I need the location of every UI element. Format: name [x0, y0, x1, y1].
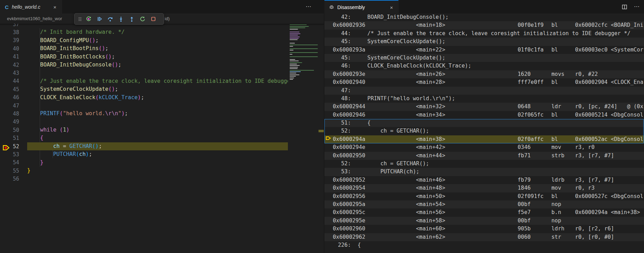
- code-line-49[interactable]: 49: [0, 118, 324, 126]
- line-number[interactable]: 44: [0, 78, 19, 84]
- code-line-52[interactable]: 52 ch = GETCHAR();: [0, 142, 324, 150]
- disassembly-instruction-row[interactable]: 0x60002940<main+28>fff7e0ffbl0x60002904 …: [324, 78, 644, 86]
- code-line-56[interactable]: 56: [0, 175, 324, 183]
- code-text[interactable]: ch = GETCHAR();: [27, 142, 288, 150]
- close-icon[interactable]: ×: [388, 4, 395, 11]
- stop-button[interactable]: [148, 15, 159, 24]
- code-line-43[interactable]: 43: [0, 69, 324, 77]
- disassembly-instruction-row[interactable]: 0x60002962<main+62>0060strr0, [r0, #0]: [324, 233, 644, 241]
- code-text[interactable]: [27, 175, 288, 183]
- disassembly-source-row[interactable]: 44: /* Just enable the trace clock, leav…: [324, 30, 644, 38]
- disassembly-source-row[interactable]: 53: PUTCHAR(ch);: [324, 168, 644, 176]
- disassembly-source-row[interactable]: 52: ch = GETCHAR();: [324, 127, 644, 135]
- step-over-button[interactable]: [105, 15, 116, 24]
- disassembly-source-row[interactable]: 48: PRINTF("hello world.\r\n");: [324, 95, 644, 103]
- line-number[interactable]: 56: [0, 176, 19, 182]
- code-line-41[interactable]: 41 BOARD_InitBootClocks();: [0, 53, 324, 61]
- code-line-42[interactable]: 42 BOARD_InitDebugConsole();: [0, 61, 324, 69]
- line-number[interactable]: 53: [0, 151, 19, 158]
- gripper-button[interactable]: [77, 15, 83, 24]
- line-number[interactable]: 45: [0, 86, 19, 93]
- code-text[interactable]: }: [27, 167, 288, 175]
- minimap[interactable]: [290, 20, 318, 121]
- line-number[interactable]: 41: [0, 54, 19, 60]
- disassembly-instruction-row[interactable]: 0x60002960<main+60>905bldrhr0, [r2, r6]: [324, 225, 644, 233]
- disassembly-instruction-row[interactable]: 0x60002956<main+50>02f091fcbl0x6000527c …: [324, 192, 644, 200]
- breadcrumb-symbol[interactable]: id): [165, 16, 170, 21]
- disassembly-instruction-row[interactable]: 0x6000295a<main+54>00bfnop: [324, 200, 644, 208]
- more-actions-icon[interactable]: ⋯: [306, 3, 312, 10]
- restart-button[interactable]: [137, 15, 148, 24]
- code-text[interactable]: BOARD_InitDebugConsole();: [27, 61, 288, 69]
- line-number[interactable]: 50: [0, 127, 19, 133]
- line-number[interactable]: 48: [0, 111, 19, 117]
- disassembly-instruction-row[interactable]: 0x60002952<main+46>fb79ldrbr3, [r7, #7]: [324, 176, 644, 184]
- code-text[interactable]: BOARD_InitBootClocks();: [27, 53, 288, 61]
- disassembly-instruction-row[interactable]: 0x6000293a<main+22>01f0c1fabl0x60003ec0 …: [324, 46, 644, 54]
- line-number[interactable]: 40: [0, 46, 19, 52]
- line-number[interactable]: 55: [0, 168, 19, 174]
- line-number[interactable]: 54: [0, 159, 19, 166]
- code-text[interactable]: PRINTF("hello world.\r\n");: [27, 110, 288, 118]
- code-text[interactable]: while (1): [27, 126, 288, 134]
- line-number[interactable]: 39: [0, 37, 19, 44]
- scrollbar-current-line-marker[interactable]: [319, 130, 324, 132]
- line-number[interactable]: 38: [0, 29, 19, 35]
- disassembly-instruction-row[interactable]: 0x6000295e<main+58>00bfnop: [324, 217, 644, 225]
- code-line-53[interactable]: 53 PUTCHAR(ch);: [0, 150, 324, 158]
- line-number[interactable]: 42: [0, 62, 19, 68]
- tab-hello-world-c[interactable]: C hello_world.c ×: [0, 0, 62, 14]
- disassembly-instruction-row[interactable]: 0x60002954<main+48>1846movr0, r3: [324, 184, 644, 192]
- disassembly-source-row[interactable]: 42: BOARD_InitDebugConsole();: [324, 13, 644, 21]
- disassembly-source-row[interactable]: 51: {: [324, 119, 644, 127]
- code-line-39[interactable]: 39 BOARD_ConfigMPU();: [0, 37, 324, 45]
- code-line-54[interactable]: 54 }: [0, 159, 324, 167]
- code-line-55[interactable]: 55}: [0, 167, 324, 175]
- code-text[interactable]: [27, 102, 288, 110]
- breadcrumb-file[interactable]: evkbmimxrt1060_hello_wor: [7, 16, 74, 21]
- code-line-46[interactable]: 46 CLOCK_EnableClock(kCLOCK_Trace);: [0, 94, 324, 102]
- disassembly-source-row[interactable]: 45: SystemCoreClockUpdate();: [324, 54, 644, 62]
- code-text[interactable]: /* Init board hardware. */: [27, 28, 288, 36]
- code-text[interactable]: {: [27, 134, 288, 142]
- step-into-button[interactable]: [116, 15, 126, 24]
- disassembly-instruction-row[interactable]: 0x6000294a<main+38>02f0affcbl0x600052ac …: [324, 135, 644, 143]
- code-text[interactable]: BOARD_InitBootPins();: [27, 45, 288, 53]
- split-editor-icon[interactable]: [621, 4, 628, 11]
- line-number[interactable]: 49: [0, 119, 19, 125]
- disassembly-instruction-row[interactable]: 0x6000293e<main+26>1620movsr0, #22: [324, 70, 644, 78]
- disassembly-instruction-row[interactable]: 0x60002946<main+34>02f065fcbl0x60005214 …: [324, 111, 644, 119]
- code-text[interactable]: [27, 69, 288, 77]
- disassembly-source-row[interactable]: 52: ch = GETCHAR();: [324, 160, 644, 168]
- code-line-38[interactable]: 38 /* Init board hardware. */: [0, 28, 324, 36]
- code-text[interactable]: SystemCoreClockUpdate();: [27, 85, 288, 93]
- continue-button[interactable]: [94, 15, 105, 24]
- close-icon[interactable]: ×: [52, 4, 58, 10]
- code-line-45[interactable]: 45 SystemCoreClockUpdate();: [0, 85, 324, 93]
- code-line-44[interactable]: 44 /* Just enable the trace clock, leave…: [0, 77, 324, 85]
- code-text[interactable]: CLOCK_EnableClock(kCLOCK_Trace);: [27, 94, 288, 102]
- line-number[interactable]: 46: [0, 94, 19, 101]
- disassembly-instruction-row[interactable]: 0x6000295c<main+56>f5e7b.n0x6000294a <ma…: [324, 208, 644, 216]
- disassembly-instruction-row[interactable]: 0x6000294e<main+42>0346movr3, r0: [324, 143, 644, 151]
- code-line-48[interactable]: 48 PRINTF("hello world.\r\n");: [0, 110, 324, 118]
- code-line-51[interactable]: 51 {: [0, 134, 324, 142]
- step-out-button[interactable]: [126, 15, 137, 24]
- disassembly-source-row[interactable]: 226: {: [324, 241, 644, 249]
- code-text[interactable]: /* Just enable the trace clock, leave co…: [27, 77, 288, 85]
- more-actions-icon[interactable]: ⋯: [634, 3, 640, 10]
- disassembly-instruction-row[interactable]: 0x60002950<main+44>fb71strbr3, [r7, #7]: [324, 152, 644, 160]
- line-number[interactable]: 47: [0, 103, 19, 109]
- code-text[interactable]: }: [27, 159, 288, 167]
- code-text[interactable]: BOARD_ConfigMPU();: [27, 37, 288, 45]
- code-line-47[interactable]: 47: [0, 102, 324, 110]
- tab-disassembly[interactable]: Disassembly ×: [324, 0, 399, 14]
- disassembly-source-row[interactable]: 46: CLOCK_EnableClock(kCLOCK_Trace);: [324, 62, 644, 70]
- line-number[interactable]: 43: [0, 70, 19, 76]
- code-text[interactable]: PUTCHAR(ch);: [27, 150, 288, 158]
- disassembly-source-row[interactable]: 47:: [324, 87, 644, 95]
- disassembly-instruction-row[interactable]: 0x60002936<main+18>00f0e1f9bl0x60002cfc …: [324, 21, 644, 29]
- code-line-50[interactable]: 50 while (1): [0, 126, 324, 134]
- disassembly-source-row[interactable]: 45: SystemCoreClockUpdate();: [324, 38, 644, 46]
- code-line-40[interactable]: 40 BOARD_InitBootPins();: [0, 45, 324, 53]
